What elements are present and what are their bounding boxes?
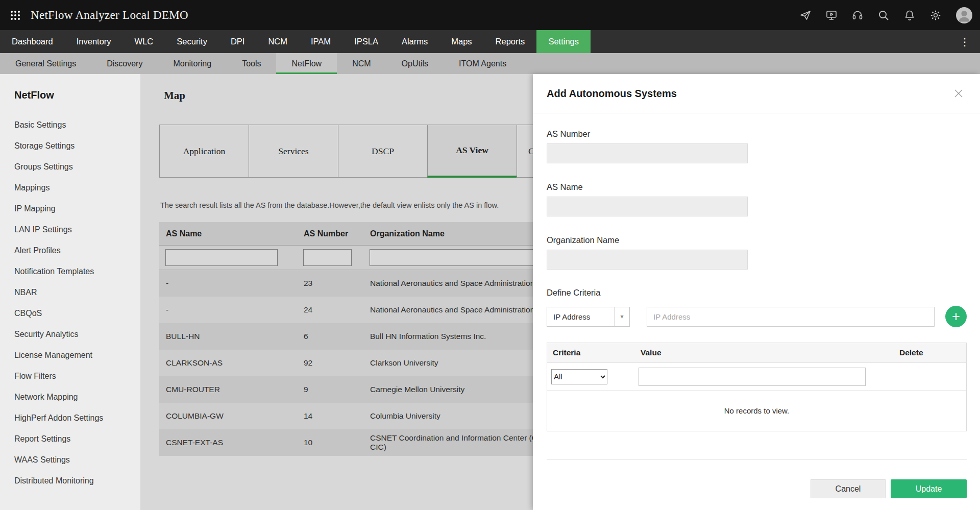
sidebar-title: NetFlow — [14, 89, 140, 101]
sidebar-item-groups-settings[interactable]: Groups Settings — [0, 156, 140, 177]
nav-item-maps[interactable]: Maps — [439, 30, 483, 53]
criteria-table-filter-row: All — [547, 363, 966, 391]
subnav-general-settings[interactable]: General Settings — [0, 53, 91, 74]
nav-item-dashboard[interactable]: Dashboard — [0, 30, 65, 53]
sidebar-item-lan-ip-settings[interactable]: LAN IP Settings — [0, 219, 140, 240]
criteria-table: Criteria Value Delete All No records to … — [547, 343, 967, 431]
empty-message: No records to view. — [547, 391, 966, 431]
subnav-itom-agents[interactable]: ITOM Agents — [444, 53, 522, 74]
sidebar-item-nbar[interactable]: NBAR — [0, 282, 140, 303]
settings-sub-nav: General Settings Discovery Monitoring To… — [0, 53, 980, 74]
app-window: NetFlow Analyzer Local DEMO — [0, 0, 980, 510]
nav-item-ipam[interactable]: IPAM — [299, 30, 342, 53]
define-criteria-row: IP Address ▾ + — [547, 306, 967, 327]
topbar-icons — [799, 7, 973, 24]
chevron-down-icon: ▾ — [614, 307, 629, 326]
sidebar-item-storage-settings[interactable]: Storage Settings — [0, 135, 140, 156]
drawer-body: AS Number AS Name Organization Name Defi… — [533, 129, 980, 498]
sidebar-items: Basic Settings Storage Settings Groups S… — [0, 114, 140, 491]
sidebar-item-alert-profiles[interactable]: Alert Profiles — [0, 240, 140, 261]
nav-item-settings[interactable]: Settings — [536, 30, 591, 53]
sidebar-item-notification-templates[interactable]: Notification Templates — [0, 261, 140, 282]
col-criteria: Criteria — [547, 348, 635, 357]
organization-name-label: Organization Name — [547, 235, 967, 245]
app-body: NetFlow Basic Settings Storage Settings … — [0, 74, 980, 510]
as-name-input[interactable] — [547, 197, 748, 216]
sidebar-item-cbqos[interactable]: CBQoS — [0, 303, 140, 324]
sidebar-item-report-settings[interactable]: Report Settings — [0, 428, 140, 449]
subnav-ncm[interactable]: NCM — [337, 53, 386, 74]
nav-item-security[interactable]: Security — [165, 30, 219, 53]
sidebar-item-highperf-addon-settings[interactable]: HighPerf Addon Settings — [0, 407, 140, 428]
nav-item-ncm[interactable]: NCM — [256, 30, 299, 53]
sidebar: NetFlow Basic Settings Storage Settings … — [0, 74, 140, 510]
close-icon[interactable] — [953, 88, 964, 99]
drawer-divider — [547, 459, 967, 460]
nav-item-ipsla[interactable]: IPSLA — [342, 30, 390, 53]
criteria-filter-select[interactable]: All — [551, 369, 607, 384]
sidebar-item-ip-mapping[interactable]: IP Mapping — [0, 198, 140, 219]
organization-name-input[interactable] — [547, 250, 748, 270]
update-button[interactable]: Update — [891, 479, 967, 498]
sidebar-item-waas-settings[interactable]: WAAS Settings — [0, 449, 140, 470]
add-autonomous-systems-drawer: Add Autonomous Systems AS Number AS Name… — [533, 74, 980, 510]
col-delete: Delete — [894, 348, 966, 357]
as-number-input[interactable] — [547, 143, 748, 163]
send-rocket-icon[interactable] — [799, 9, 812, 21]
sidebar-item-license-management[interactable]: License Management — [0, 345, 140, 366]
sidebar-item-flow-filters[interactable]: Flow Filters — [0, 366, 140, 386]
avatar[interactable] — [955, 7, 973, 24]
subnav-oputils[interactable]: OpUtils — [386, 53, 444, 74]
sidebar-item-mappings[interactable]: Mappings — [0, 177, 140, 198]
support-headset-icon[interactable] — [851, 9, 864, 21]
notifications-bell-icon[interactable] — [903, 9, 916, 21]
app-title: NetFlow Analyzer Local DEMO — [31, 9, 188, 22]
drawer-actions: Cancel Update — [547, 479, 967, 498]
cancel-button[interactable]: Cancel — [811, 479, 886, 498]
criteria-table-header: Criteria Value Delete — [547, 343, 966, 363]
sidebar-item-basic-settings[interactable]: Basic Settings — [0, 114, 140, 135]
nav-item-inventory[interactable]: Inventory — [65, 30, 123, 53]
nav-item-reports[interactable]: Reports — [484, 30, 537, 53]
demo-video-icon[interactable] — [825, 9, 838, 21]
topbar: NetFlow Analyzer Local DEMO — [0, 0, 980, 30]
sidebar-item-security-analytics[interactable]: Security Analytics — [0, 324, 140, 345]
apps-grid-icon[interactable] — [10, 10, 20, 20]
criteria-table-value-input[interactable] — [639, 368, 866, 386]
define-criteria-label: Define Criteria — [547, 288, 967, 298]
as-name-label: AS Name — [547, 182, 967, 192]
nav-item-wlc[interactable]: WLC — [123, 30, 165, 53]
settings-gear-icon[interactable] — [929, 9, 942, 21]
drawer-header: Add Autonomous Systems — [533, 74, 980, 113]
subnav-netflow[interactable]: NetFlow — [276, 53, 337, 74]
nav-item-dpi[interactable]: DPI — [219, 30, 257, 53]
col-value: Value — [635, 348, 894, 357]
as-number-label: AS Number — [547, 129, 967, 139]
subnav-tools[interactable]: Tools — [227, 53, 276, 74]
criteria-type-dropdown[interactable]: IP Address ▾ — [547, 307, 630, 327]
criteria-type-selected: IP Address — [547, 312, 614, 321]
main-nav: Dashboard Inventory WLC Security DPI NCM… — [0, 30, 980, 53]
criteria-value-input[interactable] — [647, 307, 935, 327]
nav-item-alarms[interactable]: Alarms — [390, 30, 439, 53]
nav-overflow-menu-icon[interactable]: ⋮ — [949, 30, 980, 53]
sidebar-item-distributed-monitoring[interactable]: Distributed Monitoring — [0, 470, 140, 491]
sidebar-item-network-mapping[interactable]: Network Mapping — [0, 386, 140, 407]
drawer-title: Add Autonomous Systems — [547, 88, 677, 100]
add-criteria-button[interactable]: + — [945, 306, 967, 327]
search-icon[interactable] — [877, 9, 890, 21]
subnav-monitoring[interactable]: Monitoring — [158, 53, 227, 74]
subnav-discovery[interactable]: Discovery — [91, 53, 158, 74]
